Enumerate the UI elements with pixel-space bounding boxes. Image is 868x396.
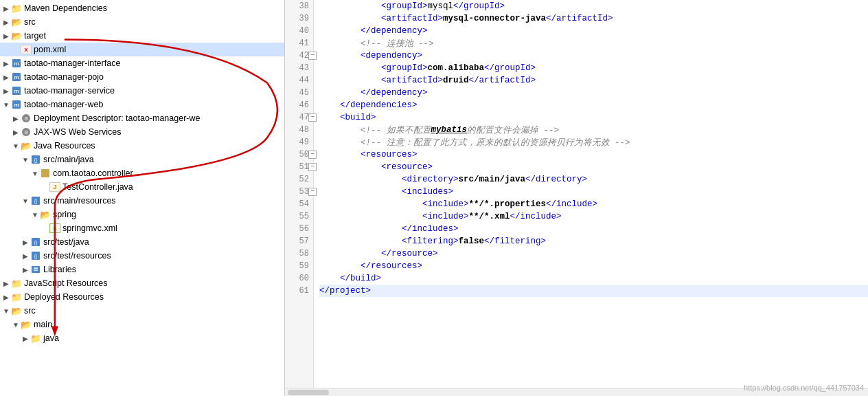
code-line-58: </resource> <box>319 248 868 260</box>
tree-item-spring[interactable]: ▼📂spring <box>0 208 284 221</box>
code-segment-tag: <artifactId> <box>381 14 443 23</box>
tree-arrow: ▶ <box>1 294 11 301</box>
tree-label: taotao-manager-interface <box>24 58 120 68</box>
tree-arrow: ▼ <box>30 170 40 177</box>
tree-label: src <box>24 17 36 27</box>
code-segment-bold: druid <box>443 76 469 85</box>
code-segment-spaces <box>319 88 361 98</box>
line-number-45: 45 <box>285 87 313 99</box>
tree-item-interface[interactable]: ▶mtaotao-manager-interface <box>0 56 284 70</box>
code-segment-tag: </groupId> <box>453 1 505 11</box>
spring-icon: S <box>49 223 60 233</box>
tree-item-deployment[interactable]: ▶⚙Deployment Descriptor: taotao-manager-… <box>0 111 284 125</box>
code-line-42: <dependency> <box>319 50 868 62</box>
src-icon: {} <box>30 195 41 206</box>
tree-arrow: ▶ <box>1 280 11 287</box>
code-segment-spaces <box>319 63 381 73</box>
tree-item-target[interactable]: ▶📂target <box>0 29 284 43</box>
tree-arrow: ▶ <box>11 129 21 136</box>
tree-item-libraries[interactable]: ▶Libraries <box>0 263 284 276</box>
tree-item-com-taotao[interactable]: ▼com.taotao.controller <box>0 166 284 180</box>
folder-icon: 📁 <box>11 292 22 302</box>
tree-arrow: ▼ <box>21 197 30 205</box>
folder-icon: 📁 <box>11 3 22 14</box>
tree-item-web[interactable]: ▼mtaotao-manager-web <box>0 98 284 111</box>
tree-item-src2[interactable]: ▼📂src <box>0 304 284 318</box>
tree-label: pom.xml <box>34 45 66 54</box>
code-line-46: </dependencies> <box>319 99 868 111</box>
line-number-48: 48 <box>285 124 313 136</box>
code-segment-spaces <box>319 187 402 197</box>
tree-item-src-test-java[interactable]: ▶{}src/test/java <box>0 235 284 249</box>
tree-arrow: ▼ <box>1 307 11 315</box>
folder-open-icon: 📂 <box>11 30 22 41</box>
line-number-60: 60 <box>285 272 313 285</box>
tree-item-src[interactable]: ▶📂src <box>0 15 284 29</box>
code-segment-tag: </dependency> <box>361 88 428 98</box>
module-icon: m <box>11 72 22 82</box>
folder-open-icon: 📂 <box>21 319 32 330</box>
code-line-55: <include>**/*.xml</include> <box>319 210 868 223</box>
tree-item-maven-deps[interactable]: ▶📁Maven Dependencies <box>0 1 284 15</box>
tree-item-js-resources[interactable]: ▶📁JavaScript Resources <box>0 276 284 290</box>
code-segment-tag: </resources> <box>361 261 422 271</box>
tree-arrow: ▼ <box>11 142 21 150</box>
tree-label: com.taotao.controller <box>53 168 133 178</box>
tree-item-jax-ws[interactable]: ▶⚙JAX-WS Web Services <box>0 125 284 139</box>
xml-editor: 3839404142434445464748495051525354555657… <box>285 0 868 396</box>
code-segment-bold: false <box>459 236 485 246</box>
folder-open-icon: 📂 <box>40 209 51 220</box>
code-segment-tag: <resources> <box>361 150 418 160</box>
tree-arrow: ▶ <box>1 19 11 26</box>
code-segment-tag: </includes> <box>402 224 459 234</box>
tree-item-service[interactable]: ▶mtaotao-manager-service <box>0 84 284 98</box>
code-line-43: <groupId>com.alibaba</groupId> <box>319 62 868 74</box>
folder-icon: 📁 <box>30 333 41 344</box>
code-segment-spaces <box>319 51 361 60</box>
code-line-48: <!-- 如果不配置mybatis的配置文件会漏掉 --> <box>319 124 868 136</box>
code-segment-tag: <directory> <box>402 175 459 184</box>
tree-item-pom-xml[interactable]: Xpom.xml <box>0 43 284 56</box>
tree-item-src-main-resources[interactable]: ▼{}src/main/resources <box>0 194 284 208</box>
tree-item-deployed[interactable]: ▶📁Deployed Resources <box>0 290 284 304</box>
svg-text:{}: {} <box>34 240 38 245</box>
code-line-53: <includes> <box>319 186 868 198</box>
tree-item-springmvc-xml[interactable]: Sspringmvc.xml <box>0 221 284 235</box>
pkg-icon <box>40 168 51 179</box>
tree-item-src-main-java[interactable]: ▼{}src/main/java <box>0 153 284 166</box>
tree-label: taotao-manager-pojo <box>24 72 104 82</box>
tree-arrow: ▶ <box>21 335 30 342</box>
folder-open-icon: 📂 <box>11 16 22 28</box>
xml-icon: X <box>21 45 32 54</box>
scrollbar-thumb[interactable] <box>288 390 329 395</box>
folder-icon: 📁 <box>11 278 22 289</box>
tree-item-main[interactable]: ▼📂main <box>0 318 284 331</box>
code-line-56: </includes> <box>319 223 868 235</box>
line-number-59: 59 <box>285 260 313 272</box>
code-segment-bold: **/*.properties <box>469 199 547 209</box>
code-segment-tag: </include> <box>510 212 562 221</box>
code-line-61: </project> <box>319 285 868 297</box>
tree-label: src/test/resources <box>43 251 111 261</box>
code-segment-commentbold: mybatis <box>431 125 468 135</box>
tree-item-java-resources[interactable]: ▼📂Java Resources <box>0 139 284 153</box>
tree-arrow: ▶ <box>1 87 11 95</box>
tree-item-testcontroller[interactable]: JTestController.java <box>0 180 284 194</box>
deploy-icon: ⚙ <box>21 113 32 124</box>
line-number-56: 56 <box>285 223 313 235</box>
tree-label: src <box>24 306 36 316</box>
code-segment-spaces <box>319 199 422 209</box>
java-icon: J <box>49 182 60 192</box>
code-line-60: </build> <box>319 272 868 285</box>
tree-item-java2[interactable]: ▶📁java <box>0 331 284 345</box>
line-number-49: 49 <box>285 136 313 148</box>
tree-label: Java Resources <box>34 141 95 151</box>
line-number-46: 46 <box>285 99 313 111</box>
code-segment-tag: <artifactId> <box>381 76 443 85</box>
tree-item-pojo[interactable]: ▶mtaotao-manager-pojo <box>0 70 284 84</box>
tree-item-src-test-resources[interactable]: ▶{}src/test/resources <box>0 249 284 263</box>
tree-label: spring <box>53 210 76 219</box>
code-segment-spaces <box>319 125 361 135</box>
code-line-57: <filtering>false</filtering> <box>319 235 868 248</box>
code-segment-tag: </dependencies> <box>340 100 418 110</box>
